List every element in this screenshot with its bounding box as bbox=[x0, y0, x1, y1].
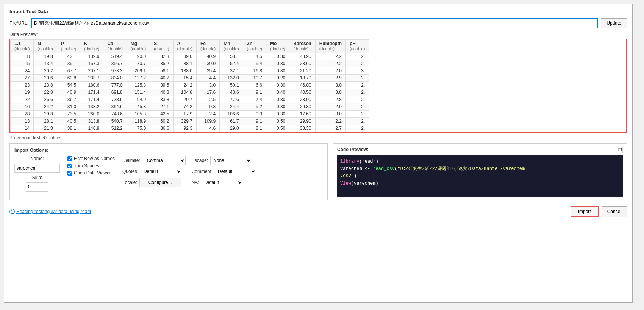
name-row: Name: bbox=[14, 156, 60, 173]
copy-icon[interactable]: ❐ bbox=[617, 147, 623, 153]
bottom-section: Import Options: Name: Skip: bbox=[9, 143, 627, 200]
table-cell: 43.90 bbox=[289, 53, 315, 60]
skip-input[interactable] bbox=[26, 182, 48, 192]
table-cell: 0.80 bbox=[266, 67, 289, 75]
table-cell: 26.6 bbox=[34, 96, 57, 103]
table-row: 2226.636.7171.4738.694.933.820.72.577.67… bbox=[11, 96, 369, 103]
table-cell: 61.7 bbox=[220, 118, 243, 125]
table-cell: 28 bbox=[11, 111, 34, 118]
table-cell: 50.1 bbox=[220, 82, 243, 89]
table-cell: 17.9 bbox=[173, 111, 196, 118]
table-cell: 209.1 bbox=[127, 67, 150, 75]
import-button[interactable]: Import bbox=[571, 206, 599, 217]
first-row-names-checkbox[interactable] bbox=[67, 156, 72, 161]
col-header-Fe: Fe(double) bbox=[196, 40, 219, 53]
table-cell: 5.4 bbox=[243, 60, 266, 67]
comment-select[interactable]: Default # // bbox=[215, 167, 256, 176]
table-cell: 138.2 bbox=[80, 103, 103, 111]
na-select[interactable]: Default NA NULL bbox=[202, 178, 243, 187]
table-cell: 19 bbox=[11, 89, 34, 96]
table-cell: 20.6 bbox=[34, 75, 57, 82]
table-cell: 2. bbox=[346, 60, 369, 67]
update-button[interactable]: Update bbox=[601, 18, 627, 28]
name-input[interactable] bbox=[14, 164, 60, 173]
table-cell: 3.8 bbox=[315, 89, 345, 96]
escape-label: Escape: bbox=[192, 158, 208, 163]
cancel-button[interactable]: Cancel bbox=[602, 206, 627, 217]
file-row: File/URL: Update bbox=[9, 18, 627, 28]
table-cell: 40.7 bbox=[150, 75, 173, 82]
table-cell: 38.1 bbox=[57, 125, 80, 132]
table-cell: 23.00 bbox=[289, 96, 315, 103]
checkbox-first-row: First Row as Names bbox=[67, 156, 115, 161]
delimiter-select[interactable]: Comma Tab Semicolon Whitespace Other bbox=[144, 156, 186, 165]
bottom-bar: ? Reading rectangular data using readr I… bbox=[9, 204, 627, 217]
table-cell: 171.4 bbox=[80, 89, 103, 96]
table-cell: 2. bbox=[346, 125, 369, 132]
table-cell: 540.7 bbox=[103, 118, 127, 125]
table-cell: 139.9 bbox=[80, 53, 103, 60]
code-preview-title: Code Preview: ❐ bbox=[337, 147, 623, 153]
middle-options: First Row as Names Trim Spaces Open Data… bbox=[67, 156, 115, 176]
preview-info: Previewing first 50 entries. bbox=[9, 135, 627, 140]
table-cell: 40.9 bbox=[57, 89, 80, 96]
code-line-2: varechem <- read_csv("D:/研究生/研22/课题组/小论文… bbox=[340, 165, 620, 173]
table-cell: 88.1 bbox=[173, 60, 196, 67]
code-area: library(readr) varechem <- read_csv("D:/… bbox=[337, 155, 623, 197]
col-header-Humdepth: Humdepth(double) bbox=[315, 40, 345, 53]
na-row: NA: Default NA NULL bbox=[192, 178, 256, 187]
file-input[interactable] bbox=[31, 18, 598, 28]
col-header-S: S(double) bbox=[150, 40, 173, 53]
table-cell: 329.7 bbox=[173, 118, 196, 125]
table-cell: 10.7 bbox=[243, 75, 266, 82]
table-cell: 2. bbox=[346, 103, 369, 111]
data-preview-label: Data Preview: bbox=[9, 32, 627, 37]
table-cell: 777.0 bbox=[103, 82, 127, 89]
table-cell: 0.30 bbox=[266, 82, 289, 89]
table-cell: 4.6 bbox=[196, 125, 219, 132]
table-cell: 73.5 bbox=[57, 111, 80, 118]
code-line-3: View(varechem) bbox=[340, 180, 620, 187]
open-data-viewer-checkbox[interactable] bbox=[67, 171, 72, 176]
na-label: NA: bbox=[192, 180, 199, 185]
table-cell: 3. bbox=[346, 67, 369, 75]
col-header-Mn: Mn(double) bbox=[220, 40, 243, 53]
question-icon: ? bbox=[9, 209, 15, 214]
table-cell: 43.6 bbox=[220, 89, 243, 96]
table-row: 2420.267.7207.1973.3209.158.1138.035.432… bbox=[11, 67, 369, 75]
delimiter-row: Delimiter: Comma Tab Semicolon Whitespac… bbox=[122, 156, 186, 165]
table-cell: 260.0 bbox=[80, 111, 103, 118]
file-label: File/URL: bbox=[9, 20, 28, 26]
locale-row: Locale: Configure... bbox=[122, 178, 186, 187]
table-cell: 2.7 bbox=[315, 125, 345, 132]
table-cell: 67.7 bbox=[57, 67, 80, 75]
table-cell: 27.1 bbox=[150, 103, 173, 111]
open-data-viewer-label: Open Data Viewer bbox=[74, 170, 111, 176]
table-cell: 32.1 bbox=[220, 67, 243, 75]
comment-row: Comment: Default # // bbox=[192, 167, 256, 176]
table-cell: 36.7 bbox=[57, 96, 80, 103]
escape-select[interactable]: None Backslash Double Quote bbox=[210, 156, 252, 165]
table-row: 1328.140.5313.8540.7118.960.2329.7109.96… bbox=[11, 118, 369, 125]
table-cell: 2. bbox=[346, 82, 369, 89]
help-link[interactable]: ? Reading rectangular data using readr bbox=[9, 209, 567, 214]
table-cell: 2.2 bbox=[315, 118, 345, 125]
quotes-select[interactable]: Default None Double Quote Single Quote bbox=[141, 167, 182, 176]
table-cell: 39.0 bbox=[196, 60, 219, 67]
table-cell: 74.2 bbox=[173, 103, 196, 111]
table-cell: 512.2 bbox=[103, 125, 127, 132]
table-cell: 21.8 bbox=[34, 125, 57, 132]
table-cell: 32.3 bbox=[150, 53, 173, 60]
table-cell: 171.4 bbox=[80, 96, 103, 103]
locale-label: Locale: bbox=[122, 180, 137, 185]
table-cell: 54.5 bbox=[57, 82, 80, 89]
col-header-Mo: Mo(double) bbox=[266, 40, 289, 53]
table-cell: 24.2 bbox=[34, 103, 57, 111]
table-cell: 4.5 bbox=[243, 53, 266, 60]
table-cell: 356.7 bbox=[103, 60, 127, 67]
trim-spaces-checkbox[interactable] bbox=[67, 164, 72, 168]
table-cell: 94.9 bbox=[127, 96, 150, 103]
table-cell: 0.50 bbox=[266, 125, 289, 132]
configure-button[interactable]: Configure... bbox=[139, 178, 181, 187]
table-cell: 2. bbox=[346, 75, 369, 82]
